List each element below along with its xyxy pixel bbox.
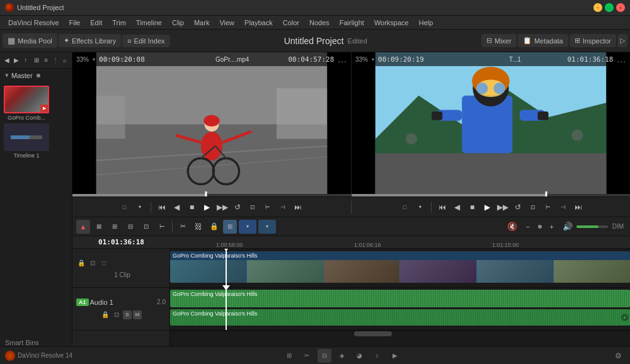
volume-slider[interactable] <box>576 225 608 228</box>
sidebar-fwd-button[interactable]: ▶ <box>12 55 20 66</box>
flag-dropdown[interactable]: ▾ <box>239 220 256 234</box>
audio-mute[interactable]: 🔇 <box>505 220 519 234</box>
source-stop[interactable]: ■ <box>185 200 199 214</box>
audio-m-btn[interactable]: M <box>133 310 142 319</box>
media-page-button[interactable]: ⊞ <box>282 349 296 363</box>
menu-color[interactable]: Color <box>278 18 304 28</box>
tl-stop[interactable]: ■ <box>466 200 479 214</box>
effects-library-button[interactable]: ✦ Effects Library <box>59 34 121 47</box>
source-in-out[interactable]: ⊡ <box>246 200 260 214</box>
tl-step-back[interactable]: ◀ <box>450 200 464 214</box>
cut-page-button[interactable]: ✂ <box>300 349 314 363</box>
menu-view[interactable]: View <box>215 18 239 28</box>
source-step-fwd[interactable]: ▶▶ <box>215 200 229 214</box>
sidebar-options[interactable]: ⋮ <box>52 55 60 66</box>
media-clip-2[interactable]: Timeline 1 <box>4 123 49 159</box>
marker-dropdown[interactable]: ▾ <box>258 220 276 234</box>
maximize-button[interactable]: □ <box>605 3 614 12</box>
sidebar-back-button[interactable]: ◀ <box>3 55 11 66</box>
dim-button[interactable]: DIM <box>610 222 626 231</box>
color-page-button[interactable]: ◕ <box>353 349 367 363</box>
menu-edit[interactable]: Edit <box>86 18 106 28</box>
master-folder[interactable]: ▾ Master <box>0 69 72 82</box>
tl-in-out[interactable]: ⊡ <box>526 200 540 214</box>
menu-timeline[interactable]: Timeline <box>132 18 166 28</box>
tl-mark-out[interactable]: ⊣ <box>556 200 570 214</box>
tl-view-dropdown[interactable]: ▾ <box>413 200 427 214</box>
audio-clip-2[interactable]: GoPro Combing Valparaiso's Hills ↙ <box>170 309 630 326</box>
menu-help[interactable]: Help <box>415 18 438 28</box>
audio-lock-icon[interactable]: 🔒 <box>100 310 110 320</box>
source-play[interactable]: ▶ <box>200 200 214 214</box>
vol-knob[interactable] <box>538 225 542 229</box>
menu-trim[interactable]: Trim <box>108 18 130 28</box>
lock-clips[interactable]: 🔒 <box>207 220 221 234</box>
inspector-expand-button[interactable]: ▷ <box>617 34 627 47</box>
mixer-button[interactable]: ⊟ Mixer <box>481 34 517 47</box>
sidebar-list-view[interactable]: ≡ <box>42 55 50 66</box>
menu-fairlight[interactable]: Fairlight <box>335 18 369 28</box>
minimize-button[interactable]: − <box>593 3 602 12</box>
vol-down[interactable]: − <box>521 220 535 234</box>
trim-edit[interactable]: ⊠ <box>92 220 106 234</box>
source-more-button[interactable]: ... <box>338 54 347 64</box>
video-lock-icon[interactable]: 🔒 <box>76 258 86 268</box>
tl-step-fwd[interactable]: ▶▶ <box>496 200 510 214</box>
tl-play[interactable]: ▶ <box>481 200 495 214</box>
source-view-mode[interactable]: □ <box>118 200 132 214</box>
sidebar-grid-view[interactable]: ⊞ <box>32 55 40 66</box>
source-skip-to-start[interactable]: ⏮ <box>155 200 169 214</box>
inspector-button[interactable]: ⊞ Inspector <box>570 34 616 47</box>
slide-edit[interactable]: ⊢ <box>155 220 169 234</box>
dynamic-trim[interactable]: ⊞ <box>108 220 122 234</box>
edit-page-button[interactable]: ⊟ <box>318 349 331 363</box>
menu-file[interactable]: File <box>65 18 85 28</box>
menu-mark[interactable]: Mark <box>190 18 214 28</box>
media-clip-1[interactable]: ▶ GoPro Comb... <box>4 86 49 121</box>
slip-edit[interactable]: ⊡ <box>139 220 153 234</box>
source-progress-bar[interactable] <box>72 194 351 196</box>
result-progress-bar[interactable] <box>352 194 630 196</box>
tl-view-mode[interactable]: □ <box>398 200 412 214</box>
snap[interactable]: ⊞ <box>223 220 237 234</box>
edit-index-button[interactable]: ≡ Edit Index <box>122 35 169 47</box>
menu-nodes[interactable]: Nodes <box>305 18 334 28</box>
select-tool[interactable]: ▲ <box>76 220 90 234</box>
menu-playback[interactable]: Playback <box>240 18 277 28</box>
source-mark-out[interactable]: ⊣ <box>276 200 290 214</box>
h-scroll-thumb[interactable] <box>354 331 392 336</box>
video-link-icon[interactable]: ⊡ <box>88 258 98 268</box>
tl-skip-to-end[interactable]: ⏭ <box>571 200 585 214</box>
fairlight-page-button[interactable]: ♪ <box>370 349 384 363</box>
close-button[interactable]: × <box>616 3 625 12</box>
h-scroll-track[interactable] <box>170 331 630 336</box>
menu-workspace[interactable]: Workspace <box>370 18 413 28</box>
metadata-button[interactable]: 📋 Metadata <box>518 34 568 47</box>
result-more-button[interactable]: ... <box>617 54 626 64</box>
audio-s-btn[interactable]: S <box>123 310 132 319</box>
audio-link-icon[interactable]: ⊡ <box>112 310 122 320</box>
tl-skip-to-start[interactable]: ⏮ <box>435 200 449 214</box>
link-clips[interactable]: ⛓ <box>192 220 205 234</box>
deliver-page-button[interactable]: ▶ <box>388 349 402 363</box>
tl-loop[interactable]: ↺ <box>511 200 525 214</box>
result-scrubber[interactable] <box>546 191 547 196</box>
menu-clip[interactable]: Clip <box>168 18 188 28</box>
source-skip-to-end[interactable]: ⏭ <box>291 200 305 214</box>
audio-clip-1[interactable]: GoPro Combing Valparaiso's Hills <box>170 290 630 307</box>
source-loop[interactable]: ↺ <box>231 200 244 214</box>
fusion-page-button[interactable]: ◈ <box>335 349 349 363</box>
vol-up[interactable]: + <box>545 220 559 234</box>
source-scrubber[interactable] <box>205 191 207 196</box>
source-view-dropdown[interactable]: ▾ <box>133 200 147 214</box>
video-clip[interactable]: GoPro Combing Valparaiso's Hills <box>170 251 630 283</box>
settings-button[interactable]: ⚙ <box>611 349 625 363</box>
source-step-back[interactable]: ◀ <box>170 200 184 214</box>
menu-davinci[interactable]: DaVinci Resolve <box>4 18 64 28</box>
sidebar-search[interactable]: ⌕ <box>61 55 69 66</box>
blade-edit[interactable]: ⊟ <box>123 220 137 234</box>
sidebar-up-button[interactable]: ↑ <box>21 55 30 66</box>
media-pool-button[interactable]: ▦ Media Pool <box>3 33 57 48</box>
video-view-icon[interactable]: □ <box>99 258 109 268</box>
razorblade[interactable]: ✂ <box>176 220 190 234</box>
